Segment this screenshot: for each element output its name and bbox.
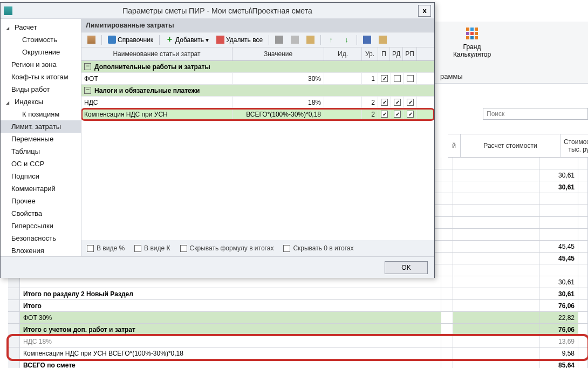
col-header: Расчет стоимости: [461, 134, 560, 157]
col-header: П: [378, 47, 390, 60]
nav-item[interactable]: Комментарий: [1, 182, 81, 195]
open-button[interactable]: [376, 35, 389, 45]
paste-icon: [306, 36, 314, 44]
toolbar-label: Добавить: [175, 36, 204, 44]
move-up-button[interactable]: ↑: [324, 35, 338, 45]
ok-button[interactable]: OK: [385, 261, 428, 274]
toolbar-label: Справочник: [118, 36, 153, 44]
checkbox[interactable]: [394, 111, 401, 118]
opt-k[interactable]: В виде К: [134, 244, 170, 252]
sheet-row[interactable]: Итого76,06: [8, 300, 588, 312]
grid-row[interactable]: Дополнительные работы и затраты: [81, 61, 434, 73]
col-header: РД: [390, 47, 403, 60]
ribbon-tab-fragment[interactable]: раммы: [436, 70, 467, 83]
sheet-row[interactable]: Итого по разделу 2 Новый Раздел30,61: [8, 288, 588, 300]
grid-row[interactable]: ФОТ30%1: [81, 73, 434, 85]
content-area: Лимитированные затраты Справочник +Добав…: [81, 19, 434, 256]
grid-header: Наименование статьи затрат Значение Ид. …: [81, 47, 434, 61]
col-header: Стоимость, тыс. руб: [560, 134, 588, 157]
sheet-row[interactable]: ФОТ 30%22,82: [8, 312, 588, 324]
ribbon-label: Гранд: [448, 43, 496, 51]
book-icon: [87, 36, 95, 44]
titlebar: Параметры сметы ПИР - Мои сметы\Проектна…: [1, 3, 434, 19]
footer-options: В виде % В виде К Скрывать формулу в ито…: [81, 240, 434, 256]
nav-item[interactable]: Переменные: [1, 133, 81, 145]
nav-item[interactable]: Коэф-ты к итогам: [1, 71, 81, 83]
grand-calculator-button[interactable]: Гранд Калькулятор: [448, 26, 496, 58]
col-header: Ид.: [324, 47, 362, 60]
open-icon: [379, 36, 387, 44]
checkbox[interactable]: [407, 99, 414, 106]
arrow-down-icon: ↓: [343, 36, 351, 44]
nav-item[interactable]: Индексы: [1, 96, 81, 108]
col-header: РП: [403, 47, 417, 60]
reference-button[interactable]: Справочник: [105, 35, 156, 45]
book-button[interactable]: [85, 35, 98, 45]
save-icon: [363, 36, 371, 44]
opt-percent[interactable]: В виде %: [87, 244, 125, 252]
nav-item[interactable]: Гиперссылки: [1, 220, 81, 232]
copy-button[interactable]: [288, 35, 302, 45]
move-down-button[interactable]: ↓: [340, 35, 353, 45]
checkbox[interactable]: [381, 75, 388, 82]
cut-button[interactable]: [272, 35, 286, 45]
dialog-footer: OK: [1, 256, 434, 278]
add-button[interactable]: +Добавить ▾: [163, 35, 211, 45]
nav-item[interactable]: Вложения: [1, 244, 81, 256]
nav-item[interactable]: Подписи: [1, 170, 81, 182]
toolbar: Справочник +Добавить ▾ Удалить все ↑ ↓: [81, 32, 434, 47]
sheet-row[interactable]: Итого с учетом доп. работ и затрат76,06: [8, 324, 588, 336]
nav-item[interactable]: Округление: [1, 46, 81, 58]
opt-hide-formula[interactable]: Скрывать формулу в итогах: [180, 244, 274, 252]
arrow-up-icon: ↑: [327, 36, 335, 44]
checkbox[interactable]: [394, 99, 401, 106]
checkbox[interactable]: [381, 99, 388, 106]
sheet-header: й Расчет стоимости Стоимость, тыс. руб И…: [448, 134, 588, 158]
cut-icon: [275, 36, 283, 44]
params-dialog: Параметры сметы ПИР - Мои сметы\Проектна…: [0, 2, 435, 278]
nav-item[interactable]: К позициям: [1, 108, 81, 120]
nav-item[interactable]: Таблицы: [1, 145, 81, 158]
close-button[interactable]: x: [418, 5, 431, 17]
nav-tree[interactable]: РасчетСтоимостьОкруглениеРегион и зонаКо…: [1, 19, 81, 256]
checkbox[interactable]: [407, 111, 414, 118]
toolbar-label: Удалить все: [226, 36, 263, 44]
plus-icon: +: [166, 36, 174, 44]
search-input[interactable]: Поиск: [483, 108, 588, 120]
grid-row[interactable]: НДС18%2: [81, 97, 434, 108]
sheet-row[interactable]: 30,61: [8, 276, 588, 288]
delete-icon: [216, 36, 224, 44]
col-header: Наименование статьи затрат: [81, 47, 233, 60]
sheet-row[interactable]: ВСЕГО по смете85,64: [8, 359, 588, 368]
checkbox[interactable]: [407, 75, 414, 82]
nav-item[interactable]: Безопасность: [1, 232, 81, 244]
nav-item[interactable]: Регион и зона: [1, 58, 81, 71]
grid-row[interactable]: Компенсация НДС при УСНВСЕГО*(100%-30%)*…: [81, 108, 434, 120]
nav-item[interactable]: Расчет: [1, 21, 81, 33]
nav-item[interactable]: Стоимость: [1, 33, 81, 46]
save-button[interactable]: [360, 35, 374, 45]
col-header: Значение: [233, 47, 324, 60]
sheet-row[interactable]: НДС 18%13,69: [8, 336, 588, 347]
nav-item[interactable]: ОС и ССР: [1, 158, 81, 170]
ribbon-label: Калькулятор: [448, 51, 496, 58]
nav-item[interactable]: Лимит. затраты: [1, 120, 81, 133]
opt-hide-zero[interactable]: Скрывать 0 в итогах: [283, 244, 353, 252]
grid-body[interactable]: Дополнительные работы и затратыФОТ30%1На…: [81, 61, 434, 240]
sheet-row[interactable]: Компенсация НДС при УСН ВСЕГО*(100%-30%)…: [8, 347, 588, 359]
grid-row[interactable]: Налоги и обязательные платежи: [81, 85, 434, 97]
help-icon: [108, 36, 116, 44]
paste-button[interactable]: [304, 35, 317, 45]
copy-icon: [291, 36, 299, 44]
section-title: Лимитированные затраты: [81, 19, 434, 32]
nav-item[interactable]: Виды работ: [1, 83, 81, 96]
col-header: й: [448, 134, 461, 157]
dialog-title: Параметры сметы ПИР - Мои сметы\Проектна…: [17, 6, 418, 15]
calculator-icon: [464, 26, 480, 41]
nav-item[interactable]: Прочее: [1, 195, 81, 207]
checkbox[interactable]: [394, 75, 401, 82]
nav-item[interactable]: Свойства: [1, 207, 81, 220]
checkbox[interactable]: [381, 111, 388, 118]
delete-all-button[interactable]: Удалить все: [214, 35, 265, 45]
app-icon: [4, 6, 12, 15]
